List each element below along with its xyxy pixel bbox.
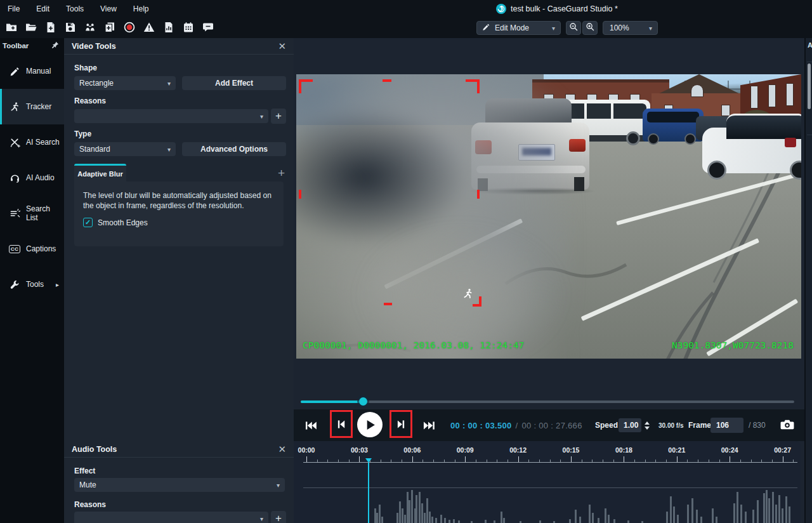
sidebar-item-ai-audio[interactable]: AI Audio [0, 160, 64, 195]
seek-thumb[interactable] [359, 397, 367, 406]
sidebar-item-tools[interactable]: Tools▸ [0, 267, 64, 302]
play-button[interactable] [357, 412, 383, 437]
shape-label: Shape [74, 63, 97, 72]
zoom-in-button[interactable] [582, 21, 598, 35]
timeline-label: 00:00 [298, 446, 315, 454]
reasons-select[interactable]: ▾ [74, 109, 268, 123]
effect-value: Mute [79, 480, 96, 489]
sidebar-item-tracker[interactable]: Tracker [0, 89, 64, 124]
feedback-icon[interactable] [201, 20, 215, 35]
zoom-level-dropdown[interactable]: 100% ▾ [603, 21, 658, 35]
close-icon[interactable]: ✕ [278, 444, 286, 454]
menubar: FileEditToolsViewHelp test bulk - CaseGu… [0, 0, 812, 18]
effect-select[interactable]: Mute▾ [74, 478, 285, 492]
blue-suv [643, 109, 704, 142]
chevron-down-icon: ▾ [277, 482, 280, 489]
edit-mode-dropdown[interactable]: Edit Mode ▾ [476, 21, 561, 35]
timeline-ruler [303, 462, 797, 463]
report-icon[interactable] [162, 20, 176, 35]
speed-stepper[interactable] [643, 418, 652, 433]
menu-view[interactable]: View [100, 4, 117, 13]
close-icon[interactable]: ✕ [278, 41, 286, 51]
sidebar-item-label: Search List [26, 204, 64, 222]
zoom-out-button[interactable] [566, 21, 581, 35]
playhead-line[interactable] [368, 463, 369, 523]
schedule-icon[interactable] [181, 20, 195, 35]
video-tools-title: Video Tools [72, 42, 116, 51]
ai-search-icon [9, 137, 20, 148]
zoom-in-icon [586, 22, 595, 34]
window-title-group: test bulk - CaseGuard Studio * [496, 0, 618, 18]
skip-to-start-button[interactable] [303, 419, 319, 432]
right-panel-edge[interactable]: A [804, 38, 812, 523]
sidebar-item-manual[interactable]: Manual [0, 53, 64, 89]
menu-help[interactable]: Help [133, 4, 149, 13]
sidebar-item-search-list[interactable]: Search List [0, 195, 64, 231]
smooth-edges-checkbox[interactable]: ✓ Smooth Edges [83, 218, 275, 227]
frame-input[interactable] [710, 418, 743, 433]
timeline-label: 00:21 [668, 446, 685, 454]
tracker-corner-mark [473, 296, 481, 307]
timeline-track-divider [303, 487, 797, 488]
record-icon[interactable] [122, 20, 136, 35]
shape-select[interactable]: Rectangle▾ [74, 76, 176, 90]
audio-reasons-label: Reasons [74, 500, 106, 509]
open-folder-icon[interactable] [24, 20, 38, 35]
next-frame-button-highlighted[interactable] [390, 410, 412, 438]
osd-camera-timestamp: CP000001, D0000001, 2016.03.08, 12:24:47 [303, 340, 524, 350]
previous-frame-button-highlighted[interactable] [330, 410, 353, 438]
audio-reasons-select[interactable]: ▾ [74, 512, 268, 523]
timeline[interactable]: 00:0000:0300:0600:0900:1200:1500:1800:21… [294, 441, 801, 523]
smooth-edges-label: Smooth Edges [98, 218, 148, 227]
video-preview[interactable]: CP000001, D0000001, 2016.03.08, 12:24:47… [296, 74, 801, 359]
skip-to-end-button[interactable] [421, 419, 437, 432]
add-reason-button[interactable]: + [271, 109, 286, 124]
type-label: Type [74, 129, 91, 138]
timeline-label: 00:03 [351, 446, 368, 454]
icon-toolbar: Edit Mode ▾ 100% ▾ [0, 18, 812, 38]
add-effect-button[interactable]: Add Effect [182, 76, 286, 90]
frame-total: / 830 [749, 409, 766, 441]
playhead-handle[interactable] [365, 458, 372, 463]
bulk-add-icon[interactable] [103, 20, 117, 35]
audio-tools-title: Audio Tools [72, 445, 117, 454]
warning-icon[interactable] [142, 20, 156, 35]
advanced-options-button[interactable]: Advanced Options [182, 142, 286, 156]
pin-icon[interactable] [51, 40, 59, 51]
new-project-icon[interactable] [4, 20, 18, 35]
timeline-label: 00:12 [509, 446, 527, 454]
timeline-label: 00:15 [563, 446, 580, 454]
add-tab-button[interactable]: + [278, 166, 285, 180]
timeline-label: 00:18 [615, 446, 632, 454]
sidebar-item-label: AI Search [26, 138, 60, 147]
menu-tools[interactable]: Tools [66, 4, 84, 13]
sidebar-item-label: Captions [26, 244, 56, 253]
framerate-value: 30.00 f/s [658, 409, 683, 441]
menu-edit[interactable]: Edit [36, 4, 49, 13]
seek-slider[interactable] [301, 397, 794, 406]
sidebar-item-captions[interactable]: CCCaptions [0, 231, 64, 267]
save-icon[interactable] [63, 20, 77, 35]
speed-input[interactable] [619, 418, 641, 432]
scrollbar-thumb[interactable] [808, 63, 811, 109]
menu-file[interactable]: File [8, 4, 20, 13]
timeline-label: 00:27 [774, 446, 791, 454]
decrement-icon [645, 427, 650, 430]
effect-label: Effect [74, 467, 95, 475]
tracker-selection-box[interactable] [299, 79, 480, 199]
chevron-down-icon: ▾ [260, 515, 263, 522]
chevron-down-icon: ▾ [260, 113, 263, 120]
time-display: 00 : 00 : 03.500 / 00 : 00 : 27.666 [450, 409, 582, 441]
detect-people-icon[interactable] [83, 20, 97, 35]
seek-track[interactable] [301, 401, 794, 403]
add-audio-reason-button[interactable]: + [271, 511, 286, 523]
sidebar-item-ai-search[interactable]: AI Search [0, 124, 64, 160]
snapshot-camera-button[interactable] [780, 419, 796, 432]
add-file-icon[interactable] [44, 20, 58, 35]
tab-adaptive-blur[interactable]: Adaptive Blur [74, 164, 126, 182]
zoom-out-icon [569, 22, 579, 34]
caseguard-studio-window: FileEditToolsViewHelp test bulk - CaseGu… [0, 0, 812, 523]
chevron-down-icon: ▾ [552, 25, 560, 32]
caseguard-logo-icon [496, 4, 506, 14]
type-select[interactable]: Standard▾ [74, 142, 176, 156]
